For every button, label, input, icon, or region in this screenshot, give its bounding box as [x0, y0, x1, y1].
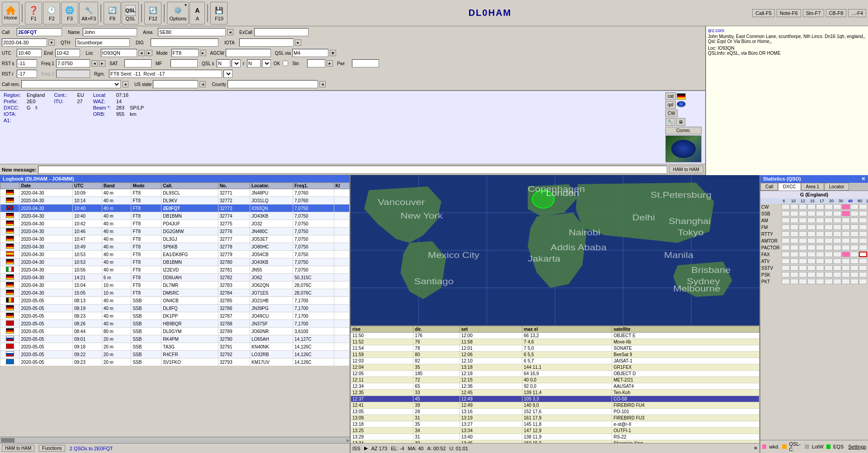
sat-row[interactable]: 11:52 76 11:58 7 4,6 Move-IIb — [351, 339, 759, 345]
rsts-input[interactable] — [17, 59, 37, 67]
qsl-via-input[interactable] — [292, 49, 328, 57]
settings-link[interactable]: Settings — [848, 444, 866, 449]
loc-input[interactable] — [101, 49, 137, 57]
col-no[interactable]: No. — [218, 183, 250, 189]
dig-input[interactable] — [151, 38, 218, 47]
table-row[interactable]: 2020-05-05 09:22 20 m SSB R4CFR 32792 LO… — [0, 351, 350, 358]
loc-arrow-right[interactable]: ► — [146, 50, 152, 56]
table-row[interactable]: 2020-04-30 10:09 40 m FT8 DL9SCL 32771 J… — [0, 189, 350, 197]
shortcut-f4[interactable]: ...-F4 — [848, 9, 866, 17]
sat-row[interactable]: 12:34 65 12:36 92 0,0 AAUSAT4 — [351, 383, 759, 390]
table-row[interactable]: 2020-05-05 08:26 40 m SSB HB9BQR 32788 J… — [0, 320, 350, 328]
table-row[interactable]: 2020-05-05 08:44 80 m SSB DL0GYM 32789 J… — [0, 328, 350, 335]
ok-check[interactable] — [283, 61, 288, 66]
sat-row[interactable]: 12:41 39 12:49 140 9,0 FIREBIRD FU4 — [351, 402, 759, 409]
ham-to-ham-button[interactable]: HAM to HAM — [669, 166, 703, 173]
rgm-select[interactable]: ▼ — [223, 70, 232, 78]
shortcut-stnf7[interactable]: Stn-F7 — [803, 9, 824, 17]
table-row[interactable]: 2020-04-30 10:40 40 m FT8 DB1BMN 32774 J… — [0, 212, 350, 220]
footer-functions[interactable]: Functions — [39, 445, 65, 452]
scroll-arrow-right[interactable]: ▶ — [346, 438, 350, 443]
sat-row[interactable]: 13:09 31 13:19 161 17,9 FIREBIRD FU3 — [351, 415, 759, 421]
tab-area1[interactable]: Area 1 — [801, 183, 824, 191]
mode-arrow[interactable]: ► — [200, 50, 206, 56]
table-row[interactable]: 2020-04-30 15:05 10 m FT8 DM5RC 32784 JO… — [0, 289, 350, 297]
table-row[interactable]: 2020-04-30 10:14 40 m FT8 DL9KV 32772 JO… — [0, 197, 350, 205]
f1-button[interactable]: ❓ F1 — [25, 2, 42, 24]
f9-button[interactable]: 🔄 F9 — [104, 2, 121, 24]
tab-locator[interactable]: Locator — [824, 183, 849, 191]
col-freq[interactable]: Freq1. — [293, 183, 334, 189]
logbook-table-container[interactable]: Date UTC Band Mode Call. No. Locator. Fr… — [0, 182, 350, 437]
table-row[interactable]: 2020-05-05 08:19 40 m SSB DL8FQ 32786 JN… — [0, 305, 350, 312]
col-mode[interactable]: Mode — [131, 183, 161, 189]
table-row[interactable]: 2020-04-30 10:42 40 m FT8 PD4JUF 32775 J… — [0, 220, 350, 228]
home-button[interactable]: Home — [2, 2, 19, 24]
tab-call[interactable]: Call — [760, 183, 778, 191]
table-row[interactable]: 2020-04-30 10:49 40 m FT8 SP6KB 32778 JO… — [0, 243, 350, 251]
iota-input[interactable] — [239, 38, 294, 47]
freq1-arrow2[interactable]: ► — [99, 60, 105, 67]
rstr-input[interactable] — [17, 70, 37, 78]
qslr-input[interactable] — [247, 59, 261, 67]
table-row[interactable]: 2020-04-30 10:47 40 m FT8 DL3GJ 32777 JO… — [0, 235, 350, 243]
comm-button[interactable]: Comm. — [665, 127, 702, 134]
sat-row[interactable]: 12:37 45 12:49 105 3,3 CO-58 — [351, 396, 759, 402]
sat-input[interactable] — [124, 59, 152, 67]
stats-close-icon[interactable]: ✕ — [861, 176, 865, 182]
col-date[interactable]: Date — [19, 183, 73, 189]
mode-input[interactable] — [171, 49, 199, 57]
sat-row[interactable]: 12:11 72 12:15 40 0,0 MET-2/21 — [351, 377, 759, 383]
freq1-input[interactable] — [56, 59, 90, 67]
qsls-input[interactable] — [217, 59, 230, 67]
table-row[interactable]: 2020-04-30 15:04 10 m FT8 DL7MR 32783 JO… — [0, 281, 350, 289]
qsl-btn[interactable]: qsl — [665, 101, 676, 109]
table-row[interactable]: 2020-05-05 09:01 20 m SSB RK4PM 32790 LO… — [0, 335, 350, 343]
tab-dxcc[interactable]: DXCC — [778, 183, 801, 191]
altf3-button[interactable]: 🔧 Alt+F3 — [79, 2, 98, 24]
table-row[interactable]: 2020-05-05 09:18 20 m SSB TA3G 32791 KN4… — [0, 343, 350, 351]
sat-row[interactable]: 12:03 82 12:10 6 5,7 JAISAT-1 — [351, 358, 759, 364]
col-utc[interactable]: UTC — [72, 183, 102, 189]
utc-end-input[interactable] — [55, 49, 80, 57]
callrem-select[interactable] — [21, 80, 121, 88]
qsls-select[interactable]: ▼ — [232, 59, 241, 67]
shortcut-notef6[interactable]: Note-F6 — [777, 9, 801, 17]
col-kl[interactable]: Kl — [334, 183, 349, 189]
logbook-scrollbar[interactable]: ▶ — [0, 437, 350, 443]
table-row[interactable]: 2020-04-30 14:21 6 m FT8 DD6UAH 32782 JO… — [0, 274, 350, 281]
table-row[interactable]: 2020-04-30 10:53 40 m FT8 EA1/DK8FG 3277… — [0, 251, 350, 258]
freq1-arrow[interactable]: ◄ — [91, 60, 98, 67]
sat-row[interactable]: 12:35 33 12:45 139 11,4 Ten-Koh — [351, 390, 759, 396]
sat-row[interactable]: 11:54 78 12:01 7 5,0 SONATE — [351, 345, 759, 352]
sat-row[interactable]: 13:05 28 13:16 152 17,6 PO-101 — [351, 409, 759, 415]
table-row[interactable]: 2020-04-30 10:40 40 m FT8 2E0FQT 32773 I… — [0, 205, 350, 212]
name-input[interactable] — [83, 28, 137, 36]
date-input[interactable] — [2, 38, 47, 47]
area-arrow[interactable]: ◄ — [227, 29, 233, 35]
msg-input[interactable] — [38, 166, 667, 174]
table-row[interactable]: 2020-05-05 09:23 20 m SSB SV1FKO 32793 K… — [0, 358, 350, 366]
sat-row[interactable]: 12:04 35 13:18 144 11,1 GR1FEX — [351, 364, 759, 371]
f10-button[interactable]: 💾 F10 — [210, 2, 228, 24]
pwr-input[interactable] — [352, 59, 379, 67]
qsl-button[interactable]: QSL QSL — [122, 2, 139, 24]
usstate-input[interactable] — [153, 80, 198, 88]
cat-button[interactable]: cat — [665, 92, 676, 100]
screen-btn[interactable]: 🖥 — [676, 118, 685, 126]
area-input[interactable] — [158, 28, 226, 36]
tool-btn[interactable]: 🔧 — [665, 118, 675, 126]
sat-row[interactable]: 11:50 176 12:00 66 13,2 OBJECT E — [351, 333, 759, 339]
loc-arrow-left[interactable]: ◄ — [138, 50, 145, 56]
f3-button[interactable]: 🌐 F3 — [61, 2, 78, 24]
qslvia-arrow[interactable]: ▼ — [330, 50, 336, 56]
utc-start-input[interactable] — [17, 49, 42, 57]
sat-row[interactable]: 11:59 80 12:06 6 5,5 BeeSat 9 — [351, 352, 759, 358]
call-input[interactable] — [17, 28, 62, 36]
qslr-select[interactable]: ▼ — [262, 59, 271, 67]
sat-row[interactable]: 13:18 35 13:27 145 11,8 e-st@r-II — [351, 421, 759, 428]
table-row[interactable]: 2020-05-05 08:23 40 m SSB DK1PP 32787 JO… — [0, 312, 350, 320]
iota-arrow[interactable]: ► — [295, 39, 301, 46]
table-row[interactable]: 2020-04-30 10:56 40 m FT8 IZ2EVD 32781 J… — [0, 266, 350, 274]
f2-button[interactable]: 🕐 F2 — [43, 2, 60, 24]
